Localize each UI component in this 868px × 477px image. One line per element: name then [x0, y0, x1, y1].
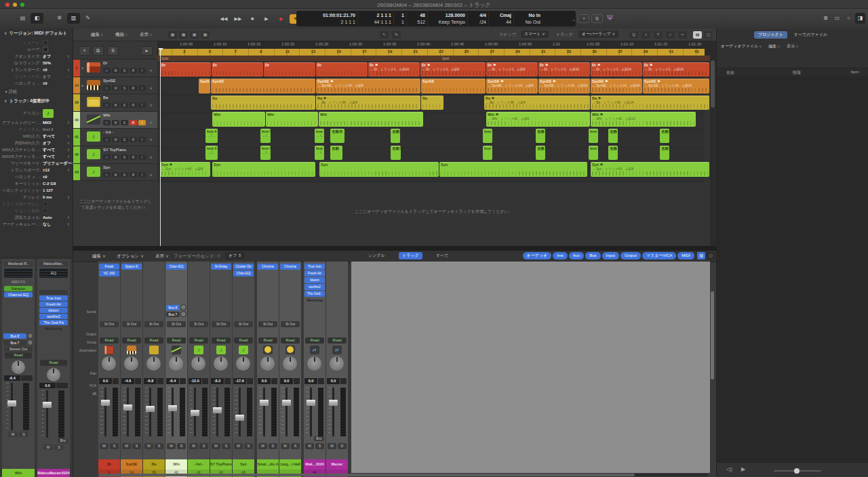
plugin-slot[interactable]: bloom: [304, 277, 325, 283]
alias-region[interactable]: Whi ⚑→ Whi、トラック40、小節6: [486, 112, 590, 127]
fader-send-value-dropdown[interactable]: オフ ⇕: [225, 252, 245, 260]
automation-mode[interactable]: Read: [167, 337, 186, 344]
filter-Aux[interactable]: Aux: [569, 252, 584, 260]
alias-region[interactable]: Dr ⚑→ Dr、トラック1、小節14: [643, 62, 709, 77]
midi-region[interactable]: 名称未: [391, 129, 400, 144]
inspector-icon[interactable]: ◧: [31, 13, 43, 24]
solo-button[interactable]: S: [121, 102, 128, 108]
dim-button[interactable]: D: [338, 443, 347, 449]
audio-fx-slot-bypassed[interactable]: Mastering: [39, 326, 68, 331]
input-monitor-button[interactable]: I: [138, 68, 146, 73]
track-on-button[interactable]: ⏻: [103, 68, 111, 73]
marker-lane[interactable]: 1pst1pst: [157, 56, 710, 61]
alias-region[interactable]: Syn ⚑→ Syn、トラック43、小節8: [591, 162, 709, 177]
alias-region[interactable]: Inst 4→ I…: [260, 129, 271, 144]
browser-menu-オーディオファイル[interactable]: オーディオファイル ∨: [721, 43, 762, 51]
pan-knob[interactable]: [260, 356, 275, 371]
stepper-icon[interactable]: ⇕: [67, 68, 70, 72]
strip-name[interactable]: Larg…t Hall: [279, 459, 301, 470]
midi-region[interactable]: 名称未: [660, 146, 669, 161]
mute-button[interactable]: M: [112, 137, 119, 142]
volume-fader[interactable]: [167, 388, 185, 436]
hide-tracks-button[interactable]: ▸: [141, 46, 153, 56]
track-param-12[interactable]: トランスポーズなし:: [0, 201, 73, 207]
track-header-4[interactable]: 40Whi⏻MSRI●: [73, 112, 157, 129]
midi-region[interactable]: Inst 4: [483, 146, 492, 161]
alias-region[interactable]: Ba ⚑→ Ba、トラック39、小節8: [316, 96, 420, 110]
solo-button[interactable]: S: [155, 443, 163, 449]
grid2-icon[interactable]: ▦: [179, 31, 188, 39]
input-monitor-button[interactable]: I: [138, 154, 146, 160]
pan-knob[interactable]: [124, 356, 138, 371]
midi-region[interactable]: Ba: [421, 96, 443, 110]
track-name[interactable]: Whi: [103, 113, 157, 119]
volume-fader[interactable]: [212, 388, 230, 436]
volume-fader[interactable]: [190, 388, 208, 436]
fader-cap[interactable]: [307, 400, 315, 406]
stepper-icon[interactable]: ⇕: [67, 215, 70, 220]
midi-region[interactable]: SynS: [199, 79, 210, 94]
region-inspector-header[interactable]: ∨リージョン: MIDI デフォルト: [0, 28, 73, 39]
secondary-view-toggle-icon[interactable]: ◫: [704, 31, 713, 39]
preview-play-icon[interactable]: ▶: [741, 466, 745, 472]
solo-button[interactable]: S: [222, 443, 231, 449]
track-param-15[interactable]: アーティキュレー…:なし⇕: [0, 221, 73, 228]
track-name[interactable]: Ba: [103, 96, 157, 102]
mixer-strip-Ba[interactable]: St OutRead-6.8MSBa39: [143, 262, 165, 477]
midi-region[interactable]: SynSE: [211, 79, 315, 94]
filter-Bus[interactable]: Bus: [585, 252, 600, 260]
mixer-strip-Whi[interactable]: Chan EQBus 8Bus 7St OutRead-6.4MSWhi40: [165, 262, 187, 477]
column-header-bpm[interactable]: bpm: [851, 70, 859, 74]
arrange-menu-編集[interactable]: 編集 ∨: [91, 32, 103, 38]
rewind-button[interactable]: ◀◀: [218, 14, 229, 24]
stepper-icon[interactable]: ⇕: [67, 54, 70, 58]
strip-name[interactable]: Syn: [233, 459, 254, 470]
output-slot[interactable]: St Out: [100, 321, 119, 327]
solo-mode-icon[interactable]: S: [591, 14, 603, 23]
mixer-strip-Mak…2024[interactable]: True IronFresh Airbloomsoothe2The God..M…: [304, 262, 326, 477]
fader-cap[interactable]: [329, 400, 338, 406]
midi-note-icon[interactable]: ♪: [43, 109, 54, 118]
midi-region[interactable]: Whi: [319, 112, 423, 127]
alias-region[interactable]: Inst 4→ I…: [260, 146, 271, 161]
record-button[interactable]: ●: [275, 14, 286, 24]
automation-mode[interactable]: Read: [305, 337, 324, 344]
volume-fader[interactable]: [281, 388, 299, 436]
instrument-slot[interactable]: Sampler: [4, 286, 33, 291]
plugin-slot[interactable]: Chan EQ: [233, 270, 254, 276]
volume-fader[interactable]: [328, 388, 346, 436]
browser-tab-すべてのファイル[interactable]: すべてのファイル: [790, 31, 831, 39]
mute-button[interactable]: M: [258, 443, 267, 449]
midi-region[interactable]: Inst 4: [589, 146, 598, 161]
fader-cap[interactable]: [191, 410, 199, 416]
volume-fader[interactable]: [145, 388, 163, 436]
strip-name[interactable]: Ba: [143, 459, 165, 470]
tracks-view-toggle-icon[interactable]: ▤: [693, 31, 702, 39]
auto-icon[interactable]: ▦: [201, 31, 210, 39]
automation-mode[interactable]: Read: [40, 360, 67, 366]
solo-button[interactable]: S: [244, 443, 253, 449]
fader-cap[interactable]: [146, 406, 155, 412]
strip-name[interactable]: SY ToyPiano: [210, 459, 232, 470]
plugin-slot[interactable]: St-Delay: [211, 264, 231, 270]
mixer-mode-トラック[interactable]: トラック: [399, 252, 422, 260]
alias-region[interactable]: Inst 4→ I…: [205, 146, 218, 161]
automation-mode[interactable]: Read: [234, 337, 253, 344]
lcd-display[interactable]: 01:00:01:21.702 1 1 12 1 1 144 1 1 11148…: [296, 11, 576, 26]
midi-region[interactable]: Inst 4: [483, 129, 492, 144]
plugin-slot[interactable]: True Iron: [304, 264, 325, 270]
stepper-icon[interactable]: ⇕: [67, 195, 70, 199]
midi-region[interactable]: Whi: [266, 112, 318, 127]
plugin-slot[interactable]: VC 160: [99, 270, 119, 276]
output-slot[interactable]: Stereo Out: [4, 346, 33, 352]
midi-region[interactable]: 名称: [536, 146, 545, 161]
mixer-view-single-icon[interactable]: ▥: [697, 252, 705, 260]
audio-fx-slot[interactable]: The God Pa: [39, 320, 68, 325]
mute-button[interactable]: M: [212, 443, 220, 449]
mixer-strip-Dr[interactable]: FreakVC 160St OutRead0.0MSDr1: [98, 262, 120, 477]
filter-オーディオ[interactable]: オーディオ: [523, 252, 552, 260]
region-param-1[interactable]: ループ:: [0, 46, 73, 53]
mixer-menu-表示[interactable]: 表示 ∨: [155, 253, 169, 260]
mute-button[interactable]: M: [112, 120, 119, 125]
track-name[interactable]: Syn: [103, 165, 157, 171]
